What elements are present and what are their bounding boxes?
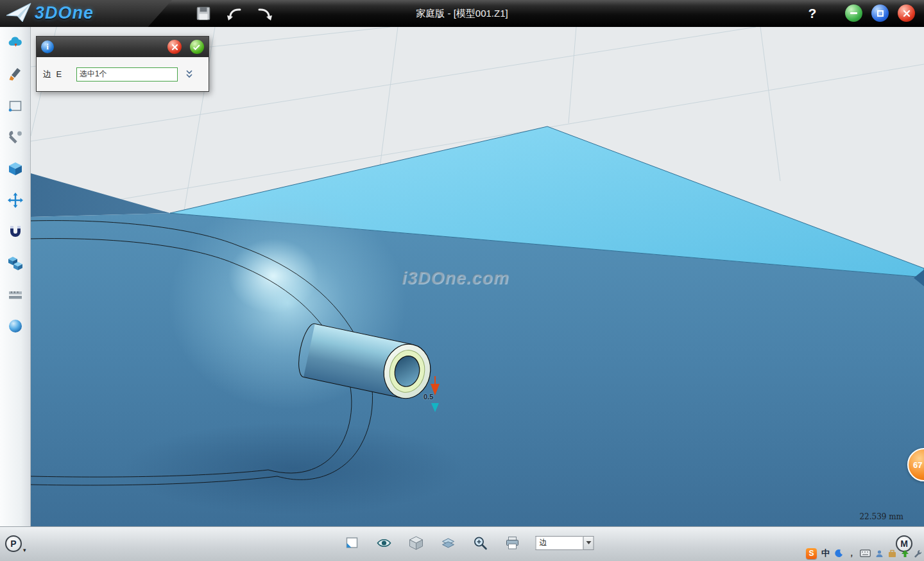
double-chevron-down-icon <box>185 69 194 79</box>
user-icon[interactable] <box>875 549 884 558</box>
redo-button[interactable] <box>255 4 275 23</box>
maximize-button[interactable] <box>871 4 889 22</box>
cancel-x-icon <box>171 44 178 51</box>
titlebar: 3DOne 家庭版 - [模型001.Z1] ? <box>0 0 924 27</box>
ime-tray: S 中 ， <box>806 547 922 560</box>
dialog-confirm-button[interactable] <box>190 40 204 54</box>
zoom-icon <box>472 535 488 551</box>
fillet-dimension-value: 0.5 <box>424 393 433 401</box>
toolbox-icon[interactable] <box>888 549 896 558</box>
paper-plane-icon <box>5 1 32 24</box>
wrench-icon <box>7 129 24 146</box>
save-icon <box>195 5 212 22</box>
minimize-button[interactable] <box>845 4 862 22</box>
sidebar-tool-move[interactable] <box>0 184 31 216</box>
undo-button[interactable] <box>225 4 244 23</box>
keyboard-icon[interactable] <box>860 549 871 557</box>
minimize-icon <box>850 12 857 14</box>
left-toolbar <box>0 27 31 526</box>
save-button[interactable] <box>194 4 213 23</box>
app-logo: 3DOne <box>5 1 94 24</box>
sidebar-tool-sketch-plane[interactable] <box>0 90 31 121</box>
redo-icon <box>257 6 273 21</box>
datum-plane-button[interactable] <box>343 534 361 551</box>
p-dropdown-caret[interactable]: ▾ <box>23 547 26 553</box>
undo-icon <box>226 6 243 21</box>
print-button[interactable] <box>504 534 521 551</box>
combine-cubes-icon <box>7 255 24 272</box>
eye-icon <box>375 536 392 550</box>
edge-selection-input[interactable] <box>76 67 178 82</box>
measurement-readout: 22.539 mm <box>859 512 903 521</box>
corner-specular <box>228 239 318 313</box>
sidebar-tool-render[interactable] <box>0 310 31 341</box>
edge-field-label: 边 E <box>43 69 76 80</box>
up-arrow-icon[interactable] <box>901 549 909 558</box>
info-icon: i <box>41 40 54 53</box>
cloud-library-icon <box>7 35 24 51</box>
view-cube-button[interactable] <box>407 534 425 551</box>
sketch-plane-icon <box>7 98 24 114</box>
corner-shadow <box>124 422 464 515</box>
p-badge-label: P <box>10 539 16 549</box>
magnet-icon <box>7 223 24 240</box>
cube-icon <box>7 160 24 177</box>
sidebar-tool-combine[interactable] <box>0 247 31 279</box>
ime-punctuation-toggle[interactable]: ， <box>848 548 855 559</box>
moon-icon[interactable] <box>834 549 843 558</box>
ime-language-toggle[interactable]: 中 <box>821 548 830 559</box>
ruler-icon <box>7 286 24 303</box>
close-icon <box>903 10 911 17</box>
render-sphere-icon <box>7 318 24 334</box>
settings-wrench-icon[interactable] <box>914 549 922 558</box>
sidebar-tool-primitive-cube[interactable] <box>0 153 31 184</box>
sidebar-tool-measure[interactable] <box>0 279 31 310</box>
layers-button[interactable] <box>440 534 457 551</box>
selection-filter-value: 边 <box>536 536 583 550</box>
move-cross-icon <box>7 192 24 209</box>
bottom-toolbar: P ▾ <box>0 526 924 561</box>
dialog-cancel-button[interactable] <box>167 40 182 54</box>
selection-dialog-body: 边 E <box>37 57 209 91</box>
print-icon <box>504 535 520 551</box>
sogou-ime-icon[interactable]: S <box>806 548 817 559</box>
close-button[interactable] <box>898 4 915 22</box>
accelerator-value: 67 <box>913 460 922 470</box>
datum-plane-icon <box>344 535 359 551</box>
maximize-icon <box>877 10 884 17</box>
selection-dialog-header[interactable]: i <box>37 37 209 57</box>
sidebar-tool-sketch-brush[interactable] <box>0 58 31 90</box>
view-cube-icon <box>408 535 424 551</box>
confirm-check-icon <box>193 43 200 50</box>
chevron-down-icon <box>586 541 591 544</box>
help-button[interactable]: ? <box>803 4 821 22</box>
sidebar-tool-assembly[interactable] <box>0 216 31 247</box>
view-tools-group: 边 <box>343 534 594 551</box>
expand-options-button[interactable] <box>184 69 195 80</box>
watermark: i3DOne.com <box>402 268 509 288</box>
layers-icon <box>440 535 456 551</box>
brush-icon <box>7 66 24 83</box>
profile-p-button[interactable]: P <box>5 535 22 552</box>
visibility-button[interactable] <box>375 534 393 551</box>
selection-dialog: i 边 E <box>36 36 209 92</box>
app-logo-text: 3DOne <box>35 3 94 23</box>
sidebar-tool-deform[interactable] <box>0 121 31 153</box>
sidebar-tool-cloud-library[interactable] <box>0 27 31 58</box>
3d-viewport[interactable]: i3DOne.com 0.5 22.539 mm 67 i 边 E <box>31 27 924 526</box>
selection-filter-dropdown[interactable]: 边 <box>536 536 594 550</box>
zoom-button[interactable] <box>472 534 489 551</box>
selection-filter-button[interactable] <box>583 536 594 550</box>
